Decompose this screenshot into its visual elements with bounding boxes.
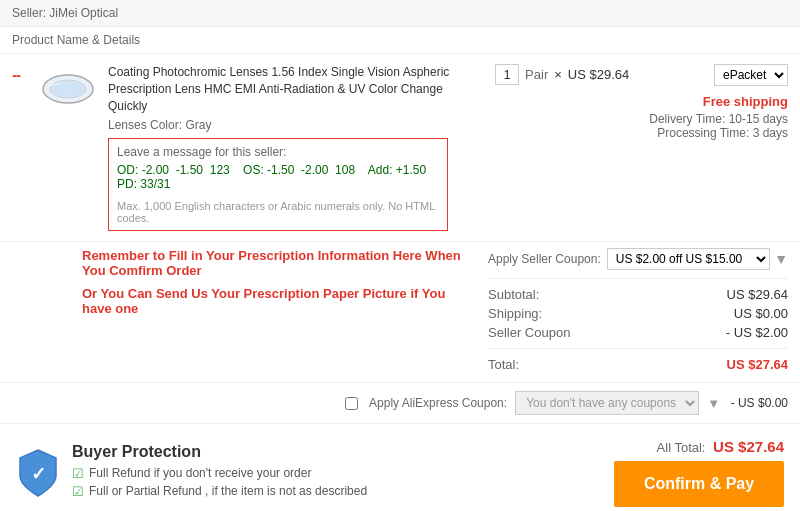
shield-icon: ✓ xyxy=(16,448,60,498)
all-total-value: US $27.64 xyxy=(713,438,784,455)
subtotal-label: Subtotal: xyxy=(488,287,539,302)
seller-name: JiMei Optical xyxy=(49,6,118,20)
product-color: Lenses Color: Gray xyxy=(108,118,485,132)
aliexpress-coupon-label: Apply AliExpress Coupon: xyxy=(369,396,507,410)
seller-coupon-summary-label: Seller Coupon xyxy=(488,325,570,340)
all-total-label-text: All Total: xyxy=(657,440,706,455)
total-label: Total: xyxy=(488,357,519,372)
footer-section: ✓ Buyer Protection ☑ Full Refund if you … xyxy=(0,424,800,511)
quantity: 1 xyxy=(495,64,519,85)
footer-right: All Total: US $27.64 Confirm & Pay xyxy=(614,438,784,507)
product-price: US $29.64 xyxy=(568,67,629,82)
confirm-pay-button[interactable]: Confirm & Pay xyxy=(614,461,784,507)
total-value: US $27.64 xyxy=(727,357,788,372)
coupon-summary: Apply Seller Coupon: US $2.00 off US $15… xyxy=(488,248,788,376)
buyer-protection: ✓ Buyer Protection ☑ Full Refund if you … xyxy=(16,443,367,502)
seller-label: Seller: xyxy=(12,6,46,20)
bp-refund2: ☑ Full or Partial Refund , if the item i… xyxy=(72,484,367,499)
processing-time: Processing Time: 3 days xyxy=(649,126,788,140)
subtotal-value: US $29.64 xyxy=(727,287,788,302)
message-textarea[interactable] xyxy=(117,163,439,195)
product-header-label: Product Name & Details xyxy=(12,33,140,47)
product-details: Coating Photochromic Lenses 1.56 Index S… xyxy=(108,64,485,231)
processing-value: 3 days xyxy=(753,126,788,140)
check-icon-2: ☑ xyxy=(72,484,84,499)
seller-coupon-row: Apply Seller Coupon: US $2.00 off US $15… xyxy=(488,248,788,270)
product-row: -- Coating Photochromic Lenses 1.56 Inde… xyxy=(0,54,800,242)
qty-price: 1 Pair × US $29.64 xyxy=(495,64,629,85)
message-box: Leave a message for this seller: OD: -2.… xyxy=(108,138,448,231)
divider1 xyxy=(488,278,788,279)
reminder-text1: Remember to Fill in Your Prescription In… xyxy=(82,248,478,278)
shipping-column: ePacket Free shipping Delivery Time: 10-… xyxy=(649,64,788,140)
seller-coupon-select[interactable]: US $2.00 off US $15.00 xyxy=(607,248,770,270)
shipping-method-select[interactable]: ePacket xyxy=(714,64,788,86)
delivery-label: Delivery Time: xyxy=(649,112,725,126)
bp-title: Buyer Protection xyxy=(72,443,367,461)
aliexpress-coupon-checkbox[interactable] xyxy=(345,397,358,410)
svg-text:✓: ✓ xyxy=(31,464,46,484)
bp-refund1: ☑ Full Refund if you don't receive your … xyxy=(72,466,367,481)
shipping-summary-value: US $0.00 xyxy=(734,306,788,321)
total-row: Total: US $27.64 xyxy=(488,357,788,372)
product-name: Coating Photochromic Lenses 1.56 Index S… xyxy=(108,64,485,114)
buyer-protection-text: Buyer Protection ☑ Full Refund if you do… xyxy=(72,443,367,502)
shipping-row: Shipping: US $0.00 xyxy=(488,306,788,321)
message-hint: Max. 1,000 English characters or Arabic … xyxy=(117,200,439,224)
color-value: Gray xyxy=(185,118,211,132)
seller-coupon-summary-value: - US $2.00 xyxy=(726,325,788,340)
product-image xyxy=(38,64,98,114)
multiply: × xyxy=(554,67,562,82)
seller-bar: Seller: JiMei Optical xyxy=(0,0,800,27)
processing-label: Processing Time: xyxy=(657,126,749,140)
bp-refund1-text: Full Refund if you don't receive your or… xyxy=(89,466,311,480)
message-box-label: Leave a message for this seller: xyxy=(117,145,439,159)
delivery-value: 10-15 days xyxy=(729,112,788,126)
subtotal-row: Subtotal: US $29.64 xyxy=(488,287,788,302)
aliexpress-coupon-discount: - US $0.00 xyxy=(728,396,788,410)
all-total-label: All Total: US $27.64 xyxy=(614,438,784,455)
bp-refund2-text: Full or Partial Refund , if the item is … xyxy=(89,484,367,498)
aliexpress-coupon-select[interactable]: You don't have any coupons xyxy=(515,391,699,415)
divider2 xyxy=(488,348,788,349)
delivery-time: Delivery Time: 10-15 days xyxy=(649,112,788,126)
check-icon-1: ☑ xyxy=(72,466,84,481)
reminder-section: Remember to Fill in Your Prescription In… xyxy=(12,248,478,316)
svg-point-1 xyxy=(50,80,86,98)
coupon-dropdown-icon: ▼ xyxy=(774,251,788,267)
shipping-summary-label: Shipping: xyxy=(488,306,542,321)
unit: Pair xyxy=(525,67,548,82)
aliexpress-coupon-dropdown-icon: ▼ xyxy=(707,396,720,411)
color-label: Lenses Color: xyxy=(108,118,182,132)
reminder-text2: Or You Can Send Us Your Prescription Pap… xyxy=(82,286,478,316)
free-shipping-label: Free shipping xyxy=(649,94,788,109)
product-header: Product Name & Details xyxy=(0,27,800,54)
seller-coupon-summary-row: Seller Coupon - US $2.00 xyxy=(488,325,788,340)
seller-coupon-label: Apply Seller Coupon: xyxy=(488,252,601,266)
aliexpress-coupon-row: Apply AliExpress Coupon: You don't have … xyxy=(0,382,800,424)
